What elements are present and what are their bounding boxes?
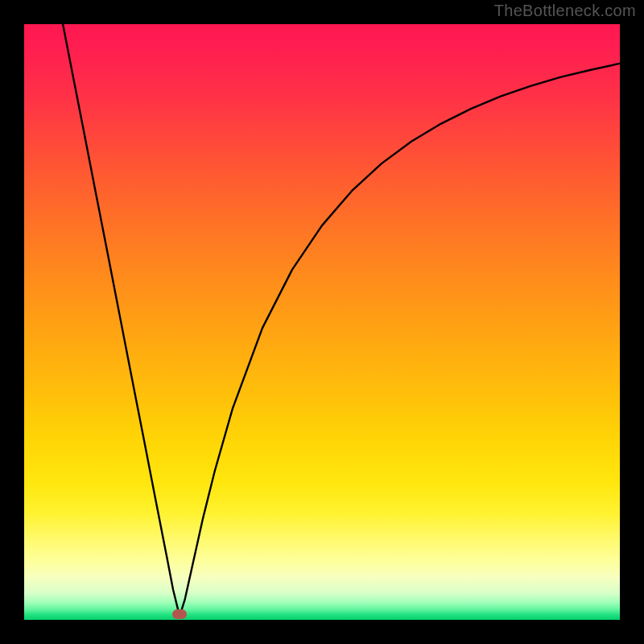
plot-area bbox=[24, 24, 620, 620]
chart-frame: TheBottleneck.com bbox=[0, 0, 644, 644]
bottleneck-curve bbox=[63, 24, 620, 617]
watermark-text: TheBottleneck.com bbox=[494, 2, 636, 20]
minimum-marker bbox=[172, 609, 187, 619]
curve-svg bbox=[24, 24, 620, 620]
